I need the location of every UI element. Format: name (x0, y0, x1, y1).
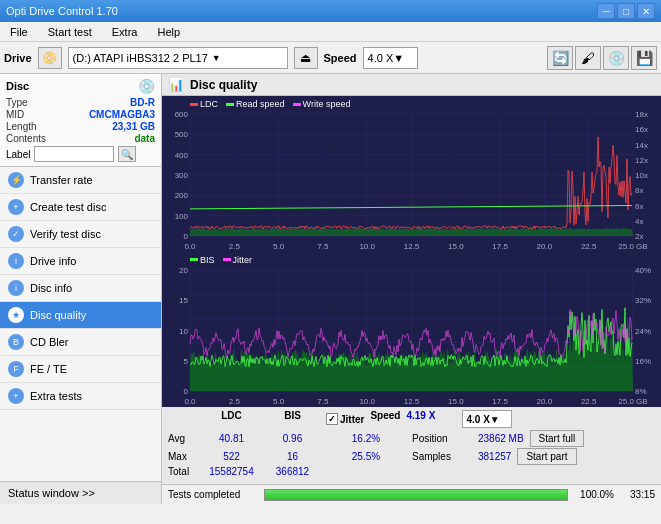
legend-ldc-label: LDC (200, 99, 218, 109)
disc-panel-title: Disc (6, 80, 29, 92)
speed-select-value: 4.0 X (466, 414, 489, 425)
nav-icon-create: + (8, 199, 24, 215)
nav-label-drive: Drive info (30, 255, 76, 267)
legend-readspeed-color (226, 103, 234, 106)
nav-label-create: Create test disc (30, 201, 106, 213)
status-window-button[interactable]: Status window >> (0, 481, 161, 504)
close-button[interactable]: ✕ (637, 3, 655, 19)
legend-read-speed: Read speed (226, 99, 285, 109)
progress-time: 33:15 (620, 489, 655, 500)
label-input[interactable] (34, 146, 114, 162)
contents-label: Contents (6, 133, 46, 144)
top-chart-canvas (162, 96, 661, 252)
drive-label: Drive (4, 52, 32, 64)
chart-top: LDC Read speed Write speed (162, 96, 661, 252)
speed-selector[interactable]: 4.0 X ▼ (363, 47, 418, 69)
refresh-button[interactable]: 🔄 (547, 46, 573, 70)
progress-bar-outer (264, 489, 568, 501)
label-search-button[interactable]: 🔍 (118, 146, 136, 162)
mid-label: MID (6, 109, 24, 120)
menu-file[interactable]: File (4, 24, 34, 40)
charts-container: LDC Read speed Write speed (162, 96, 661, 406)
nav-label-fete: FE / TE (30, 363, 67, 375)
max-ldc: 522 (204, 451, 259, 462)
chart-title: Disc quality (190, 78, 257, 92)
speed-value: 4.0 X (368, 52, 394, 64)
label-label: Label (6, 149, 30, 160)
type-value: BD-R (130, 97, 155, 108)
total-label: Total (168, 466, 198, 477)
eject-button[interactable]: ⏏ (294, 47, 318, 69)
speed-select-sm[interactable]: 4.0 X ▼ (462, 410, 512, 428)
menu-starttest[interactable]: Start test (42, 24, 98, 40)
disc-panel: Disc 💿 Type BD-R MID CMCMAGBA3 Length 23… (0, 74, 161, 167)
nav-label-quality: Disc quality (30, 309, 86, 321)
drive-selector[interactable]: (D:) ATAPI iHBS312 2 PL17 ▼ (68, 47, 288, 69)
nav-label-verify: Verify test disc (30, 228, 101, 240)
nav-icon-verify: ✓ (8, 226, 24, 242)
nav-icon-quality: ★ (8, 307, 24, 323)
nav-fe-te[interactable]: F FE / TE (0, 356, 161, 383)
length-label: Length (6, 121, 37, 132)
minimize-button[interactable]: ─ (597, 3, 615, 19)
legend-bis-label: BIS (200, 255, 215, 265)
maximize-button[interactable]: □ (617, 3, 635, 19)
main-layout: Disc 💿 Type BD-R MID CMCMAGBA3 Length 23… (0, 74, 661, 504)
col-ldc-header: LDC (204, 410, 259, 428)
save-button[interactable]: 💾 (631, 46, 657, 70)
nav-disc-quality[interactable]: ★ Disc quality (0, 302, 161, 329)
progress-bar-inner (265, 490, 567, 500)
nav-cd-bler[interactable]: B CD Bler (0, 329, 161, 356)
nav-disc-info[interactable]: i Disc info (0, 275, 161, 302)
paint-button[interactable]: 🖌 (575, 46, 601, 70)
col-bis-header: BIS (265, 410, 320, 428)
nav-verify-test-disc[interactable]: ✓ Verify test disc (0, 221, 161, 248)
jitter-checkbox[interactable]: ✓ (326, 413, 338, 425)
nav-label-extra: Extra tests (30, 390, 82, 402)
speed-current-value: 4.19 X (406, 410, 456, 428)
speed-dropdown-arrow: ▼ (393, 52, 404, 64)
stats-panel: LDC BIS ✓ Jitter Speed 4.19 X 4.0 X ▼ Av… (162, 406, 661, 484)
jitter-checkbox-group: ✓ Jitter (326, 410, 364, 428)
nav-transfer-rate[interactable]: ⚡ Transfer rate (0, 167, 161, 194)
legend-jitter: Jitter (223, 255, 253, 265)
total-bis: 366812 (265, 466, 320, 477)
disc-button[interactable]: 💿 (603, 46, 629, 70)
disc-panel-icon: 💿 (138, 78, 155, 94)
nav-icon-disc: i (8, 280, 24, 296)
legend-writespeed-color (293, 103, 301, 106)
menu-extra[interactable]: Extra (106, 24, 144, 40)
type-label: Type (6, 97, 28, 108)
length-value: 23,31 GB (112, 121, 155, 132)
nav-drive-info[interactable]: i Drive info (0, 248, 161, 275)
col-blank (168, 410, 198, 428)
drive-bar: Drive 📀 (D:) ATAPI iHBS312 2 PL17 ▼ ⏏ Sp… (0, 42, 661, 74)
start-full-button[interactable]: Start full (530, 430, 585, 447)
avg-label: Avg (168, 433, 198, 444)
contents-value: data (134, 133, 155, 144)
jitter-label: Jitter (340, 414, 364, 425)
drive-disc-icon: 📀 (42, 51, 57, 65)
legend-bis-color (190, 258, 198, 261)
toolbar-icons: 🔄 🖌 💿 💾 (547, 46, 657, 70)
status-window-label: Status window >> (8, 487, 95, 499)
nav-extra-tests[interactable]: + Extra tests (0, 383, 161, 410)
nav-create-test-disc[interactable]: + Create test disc (0, 194, 161, 221)
menu-help[interactable]: Help (151, 24, 186, 40)
status-text: Tests completed (168, 489, 258, 500)
chart-bottom: BIS Jitter (162, 252, 661, 407)
samples-label: Samples (412, 451, 472, 462)
nav-icon-transfer: ⚡ (8, 172, 24, 188)
chart-header-icon: 📊 (168, 77, 184, 92)
app-title: Opti Drive Control 1.70 (6, 5, 118, 17)
position-value: 23862 MB (478, 433, 524, 444)
legend-writespeed-label: Write speed (303, 99, 351, 109)
total-ldc: 15582754 (204, 466, 259, 477)
start-part-button[interactable]: Start part (517, 448, 576, 465)
nav-icon-fete: F (8, 361, 24, 377)
bottom-chart-canvas (162, 252, 661, 407)
nav-icon-drive: i (8, 253, 24, 269)
window-controls: ─ □ ✕ (597, 3, 655, 19)
content-area: 📊 Disc quality LDC Read speed (162, 74, 661, 504)
sidebar: Disc 💿 Type BD-R MID CMCMAGBA3 Length 23… (0, 74, 162, 504)
